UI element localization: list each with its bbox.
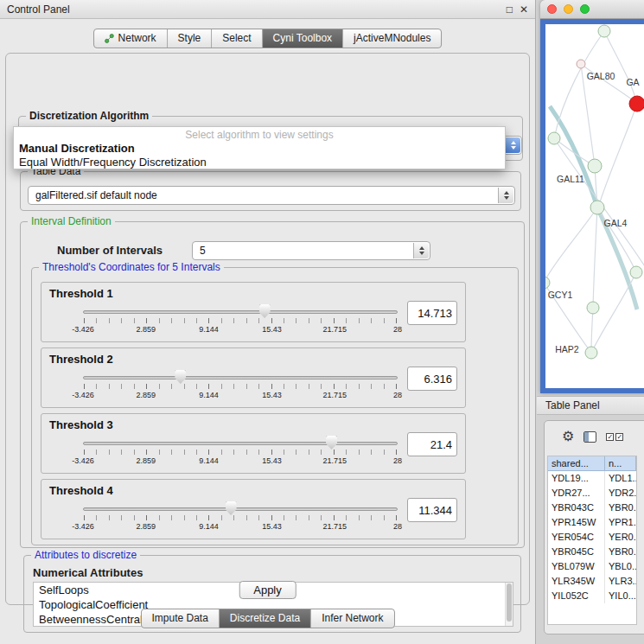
- table-row[interactable]: YER054CYER0...: [548, 530, 636, 545]
- table-cell[interactable]: YDR27...: [548, 486, 605, 501]
- table-cell[interactable]: YER054C: [548, 530, 605, 545]
- slider-track[interactable]: [83, 442, 398, 445]
- traffic-light-close-icon[interactable]: [547, 4, 557, 14]
- table-cell[interactable]: YBR0...: [605, 545, 636, 559]
- table-row[interactable]: YDL19...YDL1...: [548, 471, 636, 486]
- network-edge: [591, 308, 593, 353]
- table-cell[interactable]: YLR345W: [548, 574, 605, 589]
- tick-label: 28: [393, 522, 402, 531]
- arrow-up-icon: [419, 246, 424, 250]
- number-of-intervals-combobox[interactable]: 5: [192, 241, 430, 260]
- dropdown-option-manual-discretization[interactable]: Manual Discretization: [14, 142, 505, 156]
- slider-track[interactable]: [83, 376, 398, 379]
- table-cell[interactable]: YBR0...: [605, 501, 636, 515]
- table-cell[interactable]: YLR3...: [605, 574, 636, 589]
- table-row[interactable]: YDR27...YDR2...: [548, 486, 636, 501]
- network-canvas[interactable]: GAL80GAGAL11GAL4GCY1HAP2: [545, 24, 644, 388]
- traffic-light-zoom-icon[interactable]: [580, 4, 590, 14]
- table-cell[interactable]: YDR2...: [605, 486, 636, 501]
- network-node[interactable]: [590, 201, 604, 214]
- network-node[interactable]: [629, 96, 644, 112]
- traffic-light-minimize-icon[interactable]: [564, 4, 573, 14]
- network-node[interactable]: [585, 347, 597, 359]
- tab-label: Cyni Toolbox: [273, 29, 332, 48]
- combobox-stepper-icon[interactable]: [413, 243, 429, 258]
- table-row[interactable]: YBR043CYBR0...: [548, 501, 636, 515]
- slider-track[interactable]: [83, 507, 398, 511]
- table-row[interactable]: YLR345WYLR3...: [548, 574, 636, 589]
- threshold-value-field[interactable]: [407, 432, 457, 456]
- table-columns-icon[interactable]: [583, 431, 596, 443]
- close-window-icon[interactable]: ✕: [520, 3, 528, 16]
- table-row[interactable]: YBR045CYBR0...: [548, 545, 636, 559]
- node-label: HAP2: [555, 344, 579, 354]
- threshold-slider[interactable]: -3.4262.8599.14415.4321.71528: [83, 369, 398, 405]
- arrow-up-icon: [511, 141, 516, 144]
- tick-label: -3.426: [72, 391, 94, 399]
- slider-track[interactable]: [83, 310, 398, 314]
- table-cell[interactable]: YPR1...: [605, 515, 636, 530]
- tab-network[interactable]: Network: [94, 29, 168, 48]
- table-data-combobox[interactable]: galFiltered.sif default node: [28, 186, 515, 205]
- column-header-name[interactable]: n...: [605, 456, 636, 471]
- slider-thumb[interactable]: [175, 370, 186, 384]
- threshold-value-field[interactable]: [407, 301, 457, 325]
- slider-thumb[interactable]: [226, 501, 237, 515]
- node-label: GCY1: [548, 290, 573, 300]
- node-label: GAL80: [587, 71, 615, 81]
- table-cell[interactable]: YIL0...: [605, 589, 636, 603]
- network-icon: [105, 34, 114, 43]
- numerical-attributes-label: Numerical Attributes: [33, 566, 143, 579]
- combobox-stepper-icon[interactable]: [498, 188, 513, 203]
- tab-discretize-data[interactable]: Discretize Data: [220, 609, 311, 628]
- table-cell[interactable]: YER0...: [605, 530, 636, 545]
- table-row[interactable]: YBL079WYBL0...: [548, 559, 636, 574]
- threshold-label: Threshold 3: [49, 418, 113, 431]
- network-node[interactable]: [588, 159, 602, 173]
- threshold-value-field[interactable]: [407, 498, 457, 522]
- tick-label: 9.144: [199, 391, 219, 399]
- table-row[interactable]: YPR145WYPR1...: [548, 515, 636, 530]
- network-edge: [545, 207, 597, 283]
- apply-button[interactable]: Apply: [239, 581, 296, 599]
- table-cell[interactable]: YDL19...: [548, 471, 605, 486]
- network-node[interactable]: [630, 266, 642, 278]
- network-node[interactable]: [577, 60, 585, 68]
- table-cell[interactable]: YBR045C: [548, 545, 605, 559]
- tab-cyni-toolbox[interactable]: Cyni Toolbox: [263, 29, 343, 48]
- tab-jactivemnodules[interactable]: jActiveMNodules: [343, 29, 441, 48]
- table-cell[interactable]: YPR145W: [548, 515, 605, 530]
- tab-style[interactable]: Style: [168, 29, 213, 48]
- float-window-icon[interactable]: □: [507, 3, 513, 16]
- network-node[interactable]: [548, 132, 560, 144]
- tab-infer-network[interactable]: Infer Network: [311, 609, 393, 628]
- slider-thumb[interactable]: [326, 436, 337, 450]
- table-cell[interactable]: YDL1...: [605, 471, 636, 486]
- checkbox-icon[interactable]: ✓: [615, 433, 623, 441]
- threshold-value-field[interactable]: [407, 367, 457, 391]
- combobox-stepper-icon[interactable]: [505, 137, 520, 153]
- table-cell[interactable]: YBL0...: [605, 559, 636, 574]
- table-cell[interactable]: YBL079W: [548, 559, 605, 574]
- tab-impute-data[interactable]: Impute Data: [141, 609, 219, 628]
- slider-thumb[interactable]: [259, 304, 271, 318]
- attributes-scrollbar[interactable]: [505, 583, 513, 626]
- slider-tick-labels: -3.4262.8599.14415.4321.71528: [83, 522, 398, 532]
- table-row[interactable]: YIL052CYIL0...: [548, 589, 636, 603]
- network-node[interactable]: [545, 277, 550, 289]
- tab-select[interactable]: Select: [212, 29, 262, 48]
- scrollbar-thumb[interactable]: [507, 583, 512, 622]
- threshold-slider[interactable]: -3.4262.8599.14415.4321.71528: [83, 303, 398, 340]
- table-cell[interactable]: YBR043C: [548, 501, 605, 515]
- network-node[interactable]: [598, 25, 610, 37]
- gear-icon[interactable]: ⚙: [562, 430, 574, 443]
- threshold-slider[interactable]: -3.4262.8599.14415.4321.71528: [83, 501, 398, 537]
- network-graph[interactable]: GAL80GAGAL11GAL4GCY1HAP2: [545, 24, 644, 388]
- table-cell[interactable]: YIL052C: [548, 589, 605, 603]
- select-all-icons[interactable]: ✓ ✓: [606, 433, 623, 441]
- dropdown-option-equal-width-frequency[interactable]: Equal Width/Frequency Discretization: [14, 156, 505, 169]
- checkbox-icon[interactable]: ✓: [606, 433, 614, 441]
- network-node[interactable]: [587, 302, 599, 314]
- column-header-shared-name[interactable]: shared...: [548, 456, 605, 471]
- threshold-slider[interactable]: -3.4262.8599.14415.4321.71528: [83, 435, 398, 471]
